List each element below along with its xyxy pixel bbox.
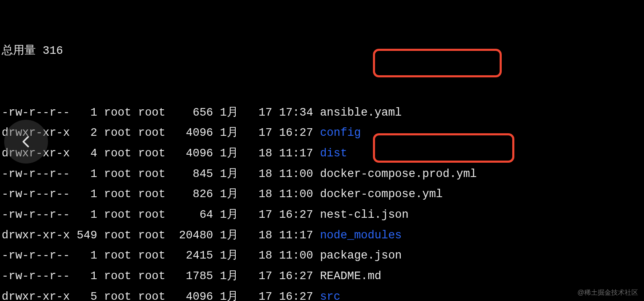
owner: root [104, 229, 131, 242]
month: 1月 [220, 147, 245, 160]
owner: root [104, 270, 131, 283]
group: root [138, 229, 165, 242]
size: 826 [172, 188, 213, 201]
day: 18 [258, 188, 272, 201]
month: 1月 [220, 188, 245, 201]
file-row: drwxr-xr-x 2 root root 4096 1月 17 16:27 … [2, 123, 644, 143]
file-row: drwxr-xr-x 5 root root 4096 1月 17 16:27 … [2, 287, 644, 301]
group: root [138, 209, 165, 221]
file-row: -rw-r--r-- 1 root root 845 1月 18 11:00 d… [2, 164, 644, 185]
size: 845 [172, 168, 213, 180]
filename: README.md [320, 270, 381, 283]
group: root [138, 127, 165, 139]
group: root [138, 188, 165, 201]
day: 18 [258, 147, 272, 160]
links: 2 [77, 127, 97, 139]
month: 1月 [220, 127, 245, 139]
terminal-output: 总用量 316 -rw-r--r-- 1 root root 656 1月 17… [2, 0, 644, 301]
day: 18 [258, 249, 272, 262]
group: root [138, 290, 165, 301]
day: 17 [258, 209, 272, 221]
time: 17:34 [279, 106, 313, 119]
time: 11:17 [279, 147, 313, 160]
links: 1 [77, 270, 97, 283]
time: 11:00 [279, 249, 313, 262]
filename: config [320, 127, 361, 139]
perm: -rw-r--r-- [2, 209, 70, 221]
day: 17 [258, 106, 272, 119]
total-label: 总用量 [2, 45, 36, 57]
links: 1 [77, 209, 97, 221]
month: 1月 [220, 249, 245, 262]
owner: root [104, 188, 131, 201]
file-row: -rw-r--r-- 1 root root 2415 1月 18 11:00 … [2, 246, 644, 266]
links: 1 [77, 188, 97, 201]
file-row: -rw-r--r-- 1 root root 64 1月 17 16:27 ne… [2, 205, 644, 225]
perm: -rw-r--r-- [2, 188, 70, 201]
month: 1月 [220, 290, 245, 301]
file-row: -rw-r--r-- 1 root root 1785 1月 17 16:27 … [2, 266, 644, 287]
links: 1 [77, 168, 97, 180]
total-line: 总用量 316 [2, 41, 644, 61]
group: root [138, 147, 165, 160]
filename: dist [320, 147, 347, 160]
links: 5 [77, 290, 97, 301]
owner: root [104, 249, 131, 262]
filename: nest-cli.json [320, 209, 409, 221]
day: 17 [258, 270, 272, 283]
time: 16:27 [279, 127, 313, 139]
month: 1月 [220, 168, 245, 180]
size: 1785 [172, 270, 213, 283]
time: 16:27 [279, 270, 313, 283]
filename: docker-compose.yml [320, 188, 443, 201]
owner: root [104, 168, 131, 180]
day: 18 [258, 168, 272, 180]
perm: -rw-r--r-- [2, 106, 70, 119]
size: 20480 [172, 229, 213, 242]
filename: package.json [320, 249, 402, 262]
time: 11:00 [279, 168, 313, 180]
filename: src [320, 290, 341, 301]
day: 17 [258, 290, 272, 301]
size: 64 [172, 209, 213, 221]
perm: drwxr-xr-x [2, 229, 70, 242]
links: 4 [77, 147, 97, 160]
size: 2415 [172, 249, 213, 262]
links: 1 [77, 106, 97, 119]
size: 4096 [172, 127, 213, 139]
filename: node_modules [320, 229, 402, 242]
time: 16:27 [279, 209, 313, 221]
owner: root [104, 106, 131, 119]
month: 1月 [220, 270, 245, 283]
file-listing: -rw-r--r-- 1 root root 656 1月 17 17:34 a… [2, 103, 644, 301]
group: root [138, 249, 165, 262]
owner: root [104, 127, 131, 139]
file-row: drwxr-xr-x 4 root root 4096 1月 18 11:17 … [2, 143, 644, 164]
file-row: -rw-r--r-- 1 root root 656 1月 17 17:34 a… [2, 103, 644, 123]
perm: -rw-r--r-- [2, 270, 70, 283]
group: root [138, 106, 165, 119]
perm: -rw-r--r-- [2, 168, 70, 180]
total-value: 316 [43, 45, 63, 57]
time: 11:17 [279, 229, 313, 242]
filename: ansible.yaml [320, 106, 402, 119]
owner: root [104, 290, 131, 301]
time: 11:00 [279, 188, 313, 201]
file-row: drwxr-xr-x 549 root root 20480 1月 18 11:… [2, 225, 644, 246]
size: 4096 [172, 147, 213, 160]
owner: root [104, 147, 131, 160]
day: 17 [258, 127, 272, 139]
size: 656 [172, 106, 213, 119]
month: 1月 [220, 106, 245, 119]
links: 1 [77, 249, 97, 262]
chevron-left-icon [18, 133, 35, 150]
previous-image-button[interactable] [4, 120, 48, 164]
watermark: @稀土掘金技术社区 [577, 289, 638, 296]
perm: drwxr-xr-x [2, 290, 70, 301]
group: root [138, 270, 165, 283]
filename: docker-compose.prod.yml [320, 168, 477, 180]
size: 4096 [172, 290, 213, 301]
file-row: -rw-r--r-- 1 root root 826 1月 18 11:00 d… [2, 184, 644, 205]
day: 18 [258, 229, 272, 242]
month: 1月 [220, 209, 245, 221]
